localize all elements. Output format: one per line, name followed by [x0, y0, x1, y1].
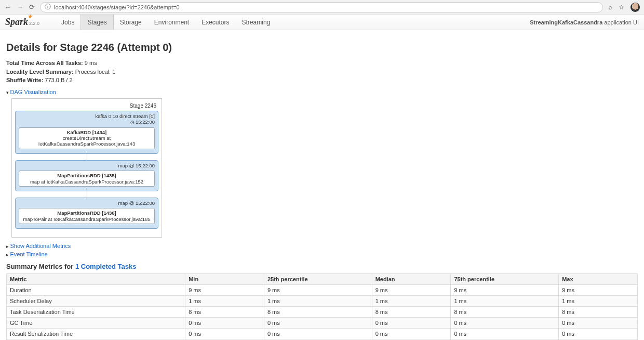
event-timeline-toggle[interactable]: Event Timeline [6, 251, 638, 257]
nav-tab-stages[interactable]: Stages [81, 15, 113, 30]
browser-toolbar: ← → ⟳ ⓘ localhost:4040/stages/stage/?id=… [0, 0, 644, 15]
table-header[interactable]: Min [185, 274, 264, 285]
meta-item: Total Time Across All Tasks: 9 ms [6, 59, 638, 68]
stage-meta-list: Total Time Across All Tasks: 9 msLocalit… [6, 59, 638, 85]
nav-tab-storage[interactable]: Storage [114, 15, 148, 30]
summary-metrics-heading: Summary Metrics for 1 Completed Tasks [6, 263, 638, 270]
search-icon[interactable]: ⌕ [608, 3, 612, 11]
table-header[interactable]: Median [372, 274, 451, 285]
table-row: Duration9 ms9 ms9 ms9 ms9 ms [7, 285, 638, 296]
table-header[interactable]: 75th percentile [451, 274, 559, 285]
dag-node: MapPartitionsRDD [1435]map at IotKafkaCa… [19, 171, 155, 187]
table-row: GC Time0 ms0 ms0 ms0 ms0 ms [7, 318, 638, 329]
app-name-label: StreamingKafkaCassandra application UI [530, 19, 639, 25]
summary-metrics-table: MetricMin25th percentileMedian75th perce… [6, 273, 638, 340]
url-text: localhost:4040/stages/stage/?id=2246&att… [54, 4, 180, 10]
bookmark-icon[interactable]: ☆ [619, 4, 624, 11]
nav-tab-executors[interactable]: Executors [195, 15, 235, 30]
dag-visualization-toggle[interactable]: DAG Visualization [6, 89, 638, 95]
table-row: Result Serialization Time0 ms0 ms0 ms0 m… [7, 329, 638, 339]
forward-button[interactable]: → [17, 3, 24, 11]
table-row: Task Deserialization Time8 ms8 ms8 ms8 m… [7, 307, 638, 318]
dag-node: KafkaRDD [1434]createDirectStream at Iot… [19, 127, 155, 149]
page-title: Details for Stage 2246 (Attempt 0) [6, 42, 638, 54]
meta-item: Locality Level Summary: Process local: 1 [6, 68, 638, 76]
meta-item: Shuffle Write: 773.0 B / 2 [6, 76, 638, 85]
address-bar[interactable]: ⓘ localhost:4040/stages/stage/?id=2246&a… [40, 2, 603, 12]
site-info-icon[interactable]: ⓘ [45, 3, 51, 11]
dag-visualization: Stage 2246 kafka 0 10 direct stream [0]1… [11, 98, 162, 238]
table-header[interactable]: Metric [7, 274, 185, 285]
show-additional-metrics-toggle[interactable]: Show Additional Metrics [6, 243, 638, 249]
profile-avatar[interactable] [630, 3, 640, 12]
table-header[interactable]: 25th percentile [264, 274, 372, 285]
back-button[interactable]: ← [4, 3, 11, 11]
dag-block: map @ 15:22:00MapPartitionsRDD [1436]map… [15, 198, 158, 229]
completed-tasks-link[interactable]: 1 Completed Tasks [75, 263, 137, 270]
dag-stage-label: Stage 2246 [15, 102, 158, 111]
table-row: Scheduler Delay1 ms1 ms1 ms1 ms1 ms [7, 296, 638, 307]
dag-node: MapPartitionsRDD [1436]mapToPair at IotK… [19, 208, 155, 224]
dag-block: kafka 0 10 direct stream [0]15:22:00Kafk… [15, 111, 158, 154]
nav-tab-jobs[interactable]: Jobs [55, 15, 81, 30]
table-header[interactable]: Max [559, 274, 638, 285]
dag-block: map @ 15:22:00MapPartitionsRDD [1435]map… [15, 160, 158, 191]
nav-tab-environment[interactable]: Environment [148, 15, 195, 30]
spark-logo[interactable]: Spark 2.2.0 [5, 17, 39, 28]
app-navbar: Spark 2.2.0 JobsStagesStorageEnvironment… [0, 15, 644, 30]
reload-button[interactable]: ⟳ [29, 3, 35, 11]
nav-tab-streaming[interactable]: Streaming [236, 15, 277, 30]
